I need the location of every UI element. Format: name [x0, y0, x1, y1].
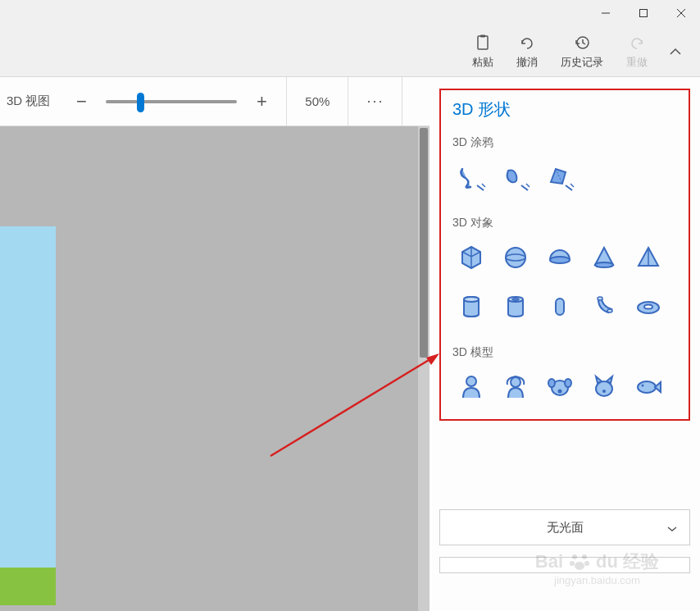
model-dog[interactable]	[541, 368, 579, 406]
svg-point-19	[607, 309, 612, 312]
window-titlebar	[0, 0, 700, 26]
object-curved-cylinder[interactable]	[585, 288, 623, 326]
svg-point-7	[506, 248, 525, 267]
svg-rect-4	[478, 36, 488, 49]
svg-point-23	[511, 377, 520, 387]
object-pyramid[interactable]	[630, 239, 667, 276]
vertical-scrollbar[interactable]	[418, 126, 430, 611]
svg-point-29	[602, 390, 606, 393]
object-tube[interactable]	[497, 288, 534, 326]
object-sphere[interactable]	[497, 239, 534, 276]
svg-point-25	[548, 379, 555, 387]
object-cube[interactable]	[452, 239, 490, 276]
model-woman[interactable]	[497, 368, 534, 406]
view-3d-toggle[interactable]: 3D 视图	[0, 93, 57, 109]
material-selected: 无光面	[547, 520, 584, 536]
objects-section-title: 3D 对象	[449, 216, 680, 230]
canvas-workspace[interactable]	[0, 126, 430, 611]
svg-rect-5	[480, 34, 485, 37]
close-button[interactable]	[662, 0, 700, 26]
minimize-button[interactable]	[587, 0, 625, 26]
maximize-button[interactable]	[625, 0, 662, 26]
zoom-controls: − +	[57, 91, 286, 112]
doodle-sharp-tool[interactable]	[541, 158, 579, 196]
zoom-slider[interactable]	[106, 100, 237, 103]
canvas-content[interactable]	[0, 226, 56, 605]
undo-button[interactable]: 撤消	[505, 26, 549, 76]
zoom-in-button[interactable]: +	[252, 91, 271, 112]
chevron-down-icon	[666, 521, 678, 535]
svg-point-18	[598, 297, 602, 300]
undo-label: 撤消	[516, 55, 538, 70]
svg-point-14	[464, 297, 479, 302]
svg-point-30	[638, 381, 656, 393]
svg-point-26	[565, 379, 571, 387]
svg-point-22	[466, 376, 476, 386]
clipboard-icon	[475, 34, 490, 52]
doodle-section-title: 3D 涂鸦	[449, 135, 680, 150]
svg-point-9	[550, 257, 570, 263]
object-cone[interactable]	[585, 239, 623, 276]
paste-label: 粘贴	[472, 55, 493, 70]
shapes-panel: 3D 形状 3D 涂鸦 3D 对象	[430, 77, 700, 611]
paste-button[interactable]: 粘贴	[461, 26, 505, 76]
redo-label: 重做	[626, 55, 648, 70]
secondary-dropdown[interactable]	[439, 557, 690, 573]
panel-highlight-box: 3D 形状 3D 涂鸦 3D 对象	[439, 89, 690, 421]
doodle-soft-tool[interactable]	[497, 158, 534, 196]
object-capsule[interactable]	[541, 288, 579, 326]
svg-point-16	[512, 299, 519, 301]
models-grid	[449, 368, 680, 406]
object-hemisphere[interactable]	[541, 239, 579, 276]
redo-icon	[629, 34, 645, 52]
model-man[interactable]	[452, 368, 490, 406]
history-button[interactable]: 历史记录	[549, 26, 615, 76]
svg-point-10	[595, 262, 613, 267]
model-cat[interactable]	[585, 368, 623, 406]
history-icon	[574, 34, 590, 52]
history-label: 历史记录	[561, 55, 603, 70]
zoom-slider-thumb[interactable]	[137, 93, 144, 112]
svg-point-21	[644, 305, 652, 309]
models-section-title: 3D 模型	[449, 345, 680, 360]
doodle-tube-tool[interactable]	[452, 158, 490, 196]
zoom-out-button[interactable]: −	[71, 91, 91, 112]
doodle-grid	[449, 158, 680, 196]
collapse-ribbon-button[interactable]	[659, 26, 692, 76]
svg-point-27	[558, 390, 562, 394]
panel-title: 3D 形状	[449, 98, 680, 121]
zoom-percentage[interactable]: 50%	[286, 77, 348, 125]
more-options-button[interactable]: ···	[348, 77, 402, 125]
svg-rect-17	[556, 299, 564, 315]
svg-point-31	[642, 385, 644, 387]
undo-icon	[519, 34, 535, 52]
scrollbar-thumb[interactable]	[420, 128, 428, 358]
ribbon-left-partial	[0, 26, 461, 76]
chevron-up-icon	[669, 48, 682, 56]
ribbon-bar: 粘贴 撤消 历史记录 重做	[0, 26, 700, 77]
objects-grid	[449, 239, 680, 326]
svg-rect-1	[640, 10, 648, 17]
material-dropdown[interactable]: 无光面	[439, 509, 690, 545]
object-torus[interactable]	[630, 288, 667, 326]
model-fish[interactable]	[630, 368, 667, 406]
redo-button: 重做	[615, 26, 659, 76]
object-cylinder[interactable]	[452, 288, 490, 326]
svg-point-28	[596, 381, 612, 396]
